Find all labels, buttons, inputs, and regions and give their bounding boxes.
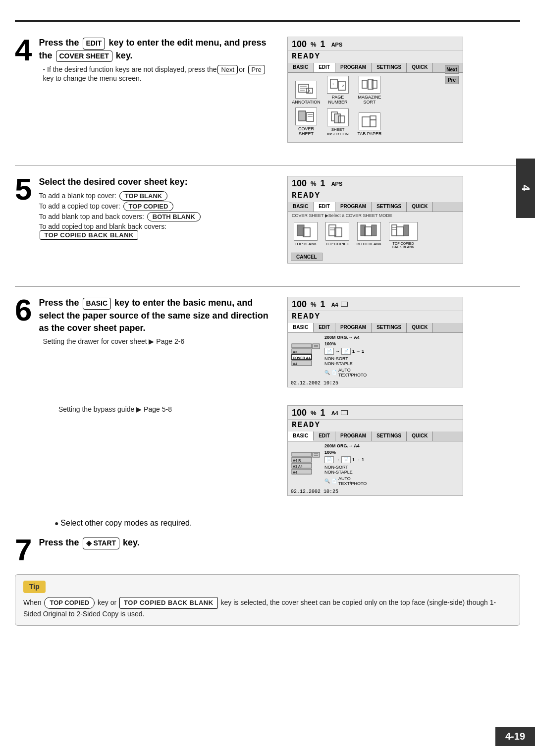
start-key[interactable]: ◈ START — [83, 538, 120, 549]
annotation-label: ANNOTATION — [292, 100, 321, 105]
cover-top-blank-label: TOP BLANK — [295, 242, 317, 246]
step-6-note2-row: Setting the bypass guide ▶ Page 5-8 100 … — [15, 405, 520, 503]
sheet-insertion-icon — [327, 108, 349, 126]
screen-3-datetime: 02.12.2002 10:25 — [288, 379, 463, 387]
screen-1-percent: 100 — [292, 39, 307, 50]
cover-top-copied-back-blank-icon — [389, 222, 418, 241]
screen-2-body: TOP BLANK TOP COPIED — [288, 220, 463, 263]
step-5-options: To add a blank top cover: TOP BLANK To a… — [39, 191, 272, 240]
screen-1-header: 100 % 1 APS — [288, 37, 463, 51]
screen-3-copies: 1 — [321, 299, 325, 310]
screen-4-drawers: A4-R A3 A4 A4 — [291, 443, 321, 486]
svg-text:A: A — [308, 90, 311, 93]
screen-3-percent: 100 — [292, 299, 307, 310]
screen4-tab-quick[interactable]: QUICK — [407, 432, 433, 441]
step-4-content: Press the EDIT key to enter the edit men… — [39, 37, 272, 84]
bullet-dot: ● — [54, 519, 60, 527]
cover-sheet-icon-item: COVER SHEET — [292, 108, 321, 136]
screen-1-tabs: BASIC EDIT PROGRAM SETTINGS QUICK — [288, 63, 463, 73]
screen2-tab-edit[interactable]: EDIT — [314, 202, 335, 212]
copy-icon-3: 📄 — [324, 456, 334, 463]
svg-rect-31 — [372, 225, 376, 236]
drawer-stack-icon-2: A4-R A3 A4 A4 — [291, 451, 321, 479]
step-4-right: 100 % 1 APS READY BASIC EDIT PROGRAM SET… — [287, 37, 466, 150]
screen-1-body: A ANNOTATION 12 PAGE NUMBER — [288, 73, 463, 142]
step-6-bullet: ● Select other copy modes as required. — [15, 519, 520, 528]
screen-1-icons-row1: A ANNOTATION 12 PAGE NUMBER — [292, 76, 459, 105]
pre-key[interactable]: Pre — [248, 65, 265, 74]
tab-edit[interactable]: EDIT — [314, 63, 335, 72]
step-6-title: Press the BASIC key to enter the basic m… — [39, 297, 272, 334]
screen-4: 100 % 1 A4 READY BASIC EDIT PROGRAM SETT… — [287, 405, 463, 496]
both-blank-key[interactable]: BOTH BLANK — [147, 212, 201, 221]
svg-text:A3     A4: A3 A4 — [293, 465, 303, 468]
tab-program[interactable]: PROGRAM — [335, 63, 372, 72]
tab-basic[interactable]: BASIC — [288, 63, 314, 72]
tab-settings[interactable]: SETTINGS — [372, 63, 407, 72]
step-5-row: 5 Select the desired cover sheet key: To… — [15, 176, 520, 270]
screen-4-copies-row: 📄 → 📄 1 → 1 — [324, 456, 460, 463]
screen3-tab-basic[interactable]: BASIC — [288, 323, 314, 332]
screen-4-percent: 100 — [292, 408, 307, 418]
cover-top-copied[interactable]: TOP COPIED — [322, 222, 352, 246]
screen-3-header: 100 % 1 A4 — [288, 297, 463, 311]
screen-4-right-info: 200M ORG.→ A4 100% 📄 → 📄 1 → 1 NON-SORTN… — [324, 443, 460, 486]
screen-1: 100 % 1 APS READY BASIC EDIT PROGRAM SET… — [287, 37, 463, 143]
screen3-tab-quick[interactable]: QUICK — [407, 323, 433, 332]
screen2-tab-quick[interactable]: QUICK — [407, 202, 433, 212]
next-button[interactable]: Next — [445, 65, 459, 74]
svg-rect-13 — [299, 111, 306, 121]
top-blank-key[interactable]: TOP BLANK — [119, 191, 167, 201]
cover-top-copied-back-blank[interactable]: TOP COPIEDBACK BLANK — [386, 222, 421, 249]
tip-key2[interactable]: TOP COPIED BACK BLANK — [119, 597, 217, 609]
page-number: 4-19 — [495, 727, 535, 746]
divider-1 — [15, 165, 520, 166]
step-7-left: 7 Press the ◈ START key. — [15, 537, 272, 565]
cover-sheet-label: COVER SHEET — [292, 126, 321, 136]
main-content: 4 Press the EDIT key to enter the edit m… — [0, 37, 535, 626]
cover-top-copied-back-blank-label: TOP COPIEDBACK BLANK — [392, 242, 414, 249]
edit-key[interactable]: EDIT — [83, 38, 106, 50]
pre-button[interactable]: Pre — [445, 76, 459, 84]
step-5-content: Select the desired cover sheet key: To a… — [39, 176, 272, 241]
screen-4-zoom-pct: 100% — [324, 450, 460, 455]
screen4-tab-basic[interactable]: BASIC — [288, 432, 314, 441]
tab-quick[interactable]: QUICK — [407, 63, 433, 72]
cover-sheet-key[interactable]: COVER SHEET — [56, 51, 112, 62]
screen-2-aps: APS — [331, 181, 343, 187]
step-4-number: 4 — [15, 35, 32, 65]
cover-top-blank[interactable]: TOP BLANK — [291, 222, 321, 246]
cover-both-blank[interactable]: BOTH BLANK — [354, 222, 384, 246]
screen-1-copies: 1 — [321, 39, 325, 50]
screen2-tab-program[interactable]: PROGRAM — [335, 202, 372, 212]
screen4-tab-program[interactable]: PROGRAM — [335, 432, 372, 441]
step-4-note: - If the desired function keys are not d… — [43, 65, 272, 82]
screen4-tab-edit[interactable]: EDIT — [314, 432, 335, 441]
top-copied-back-blank-key[interactable]: TOP COPIED BACK BLANK — [40, 230, 138, 240]
screen3-tab-program[interactable]: PROGRAM — [335, 323, 372, 332]
next-key[interactable]: Next — [217, 65, 238, 74]
tab-paper-icon-item: TAB PAPER — [355, 112, 384, 136]
step-5-title: Select the desired cover sheet key: — [39, 176, 272, 188]
screen3-tab-settings[interactable]: SETTINGS — [372, 323, 407, 332]
step-6-left: 6 Press the BASIC key to enter the basic… — [15, 297, 272, 347]
option-top-blank: To add a blank top cover: TOP BLANK — [39, 191, 272, 201]
tip-key1[interactable]: TOP COPIED — [44, 597, 95, 609]
divider-2 — [15, 286, 520, 287]
screen4-tab-settings[interactable]: SETTINGS — [372, 432, 407, 441]
cancel-button[interactable]: CANCEL — [291, 253, 322, 261]
screen-4-mode: 🔍 📄 AUTOTEXT/PHOTO — [324, 476, 460, 486]
side-tab: 4 — [516, 159, 535, 218]
tip-text: When TOP COPIED key or TOP COPIED BACK B… — [23, 597, 512, 619]
screen2-tab-basic[interactable]: BASIC — [288, 202, 314, 212]
screen2-tab-settings[interactable]: SETTINGS — [372, 202, 407, 212]
screen3-tab-edit[interactable]: EDIT — [314, 323, 335, 332]
step-5-right: 100 % 1 APS READY BASIC EDIT PROGRAM SET… — [287, 176, 466, 270]
svg-text:A4: A4 — [293, 471, 297, 474]
step-4-left: 4 Press the EDIT key to enter the edit m… — [15, 37, 272, 84]
svg-rect-14 — [307, 112, 314, 121]
basic-key[interactable]: BASIC — [83, 298, 111, 310]
cancel-button-container: CANCEL — [291, 251, 460, 261]
top-copied-key[interactable]: TOP COPIED — [123, 202, 174, 211]
screen-1-aps: APS — [331, 42, 343, 48]
